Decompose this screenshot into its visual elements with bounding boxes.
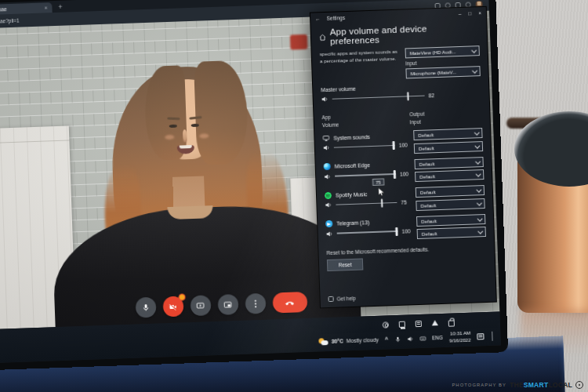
mouse-cursor [378, 187, 385, 197]
get-help-link[interactable]: Get help [328, 296, 355, 302]
chevron-down-icon [475, 159, 480, 164]
present-screen-icon [196, 301, 205, 310]
taskbar-speaker-icon[interactable] [407, 336, 413, 342]
slider-thumb[interactable] [396, 227, 398, 236]
spotify-icon [325, 192, 332, 199]
input-device-dropdown[interactable]: Microphone (MateV... [405, 66, 480, 78]
tab-title: ik-xbnt-uae [0, 5, 41, 13]
telegram-volume-slider[interactable]: 100 [326, 227, 411, 238]
taskbar-date: 9/16/2022 [449, 336, 471, 343]
input-dropdown[interactable]: Default [415, 169, 484, 182]
page-description: specific apps and system sounds as a per… [320, 49, 400, 82]
input-dropdown[interactable]: Default [416, 198, 485, 211]
camera-off-button[interactable] [162, 296, 183, 318]
action-center-icon[interactable] [477, 333, 484, 339]
chevron-down-icon [477, 216, 481, 221]
speaker-icon [325, 201, 332, 209]
app-row-microsoft-edge: Microsoft Edge 100 Default Default [324, 157, 485, 186]
speaker-icon [323, 144, 330, 151]
taskbar-microphone-icon[interactable] [394, 336, 401, 342]
reset-description: Reset to the Microsoft recommended defau… [326, 245, 486, 256]
speaker-icon [324, 173, 331, 180]
app-row-system-sounds: System sounds 100 Default Default [322, 128, 483, 157]
weather-icon [318, 338, 328, 345]
microphone-icon [141, 303, 149, 311]
master-volume-slider[interactable]: 82 [321, 90, 481, 103]
slider-thumb[interactable] [380, 199, 383, 208]
tab-close-icon[interactable]: × [45, 5, 48, 10]
input-dropdown[interactable]: Default [414, 141, 483, 154]
minimize-button[interactable]: – [459, 11, 462, 16]
slider-value-tooltip: 75 [372, 179, 384, 187]
telegram-icon [325, 220, 332, 227]
more-options-button[interactable] [245, 293, 266, 314]
app-row-telegram: Telegram (13) 100 Default Default [325, 214, 486, 243]
chevron-down-icon [476, 187, 481, 192]
end-call-icon [285, 299, 295, 306]
weather-condition: Mostly cloudy [347, 337, 379, 343]
system-sounds-slider[interactable]: 100 [323, 142, 408, 152]
slider-thumb[interactable] [393, 141, 395, 150]
hidden-icons-chevron[interactable]: ^ [385, 336, 388, 342]
watermark-logo [575, 381, 583, 389]
chevron-down-icon [474, 143, 479, 148]
notification-badge [178, 293, 185, 300]
chevron-down-icon [477, 229, 482, 234]
speaker-icon [326, 230, 333, 238]
chevron-down-icon [471, 48, 476, 53]
screen-content: ik-xbnt-uae × + – ik-xbnt-uae?pli=1 [0, 0, 501, 363]
input-dropdown[interactable]: Default [417, 227, 486, 239]
slider-thumb[interactable] [407, 93, 409, 101]
address-bar[interactable]: ik-xbnt-uae?pli=1 [0, 18, 20, 25]
close-button[interactable]: × [478, 10, 481, 16]
present-screen-button[interactable] [190, 295, 211, 316]
tray-lock-icon[interactable] [448, 320, 455, 326]
tray-info-circle-icon[interactable] [383, 321, 389, 328]
output-dropdown[interactable]: Default [414, 157, 483, 169]
language-indicator[interactable]: ENG [432, 335, 443, 340]
weather-widget[interactable]: 30°C Mostly cloudy [318, 336, 379, 346]
slider-thumb[interactable] [394, 170, 396, 179]
new-tab-button[interactable]: + [58, 2, 63, 13]
system-sounds-icon [322, 135, 329, 142]
chevron-down-icon [475, 172, 480, 176]
more-options-icon [253, 299, 256, 308]
weather-temp: 30°C [332, 338, 343, 344]
app-row-spotify: 75 Spotify Music 75 [325, 185, 485, 214]
output-dropdown[interactable]: Default [413, 128, 482, 140]
maximize-button[interactable]: □ [468, 10, 471, 16]
edge-volume-slider[interactable]: 100 [324, 170, 408, 180]
reset-button[interactable]: Reset [327, 259, 363, 272]
copper-mug [510, 111, 588, 317]
chevron-down-icon [472, 68, 477, 73]
camera-off-icon [169, 302, 177, 310]
chevron-down-icon [474, 130, 479, 135]
speaker-icon [321, 96, 328, 103]
tray-chat-icon[interactable] [416, 320, 422, 326]
mini-player-button[interactable] [217, 294, 238, 315]
back-arrow-icon[interactable]: ← [315, 16, 321, 21]
page-title: App volume and device preferences [319, 22, 480, 46]
chevron-down-icon [477, 201, 481, 205]
laptop-screen: ik-xbnt-uae × + – ik-xbnt-uae?pli=1 [0, 0, 508, 371]
taskbar-clock[interactable]: 10:31 AM 9/16/2022 [449, 330, 471, 343]
master-volume-value: 82 [429, 93, 438, 98]
output-device-dropdown[interactable]: MateView (HD Audi... [405, 45, 479, 58]
input-label: Input [405, 58, 480, 66]
show-desktop-strip[interactable] [492, 331, 492, 340]
end-call-button[interactable] [272, 292, 307, 314]
microphone-button[interactable] [135, 297, 156, 318]
microsoft-edge-icon [324, 163, 331, 170]
home-icon [319, 33, 326, 40]
photo-scene: ik-xbnt-uae × + – ik-xbnt-uae?pli=1 [0, 0, 588, 392]
spotify-volume-slider[interactable]: 75 [325, 199, 409, 209]
get-help-icon [328, 296, 333, 302]
mini-player-icon [223, 300, 232, 309]
tray-pc-icon[interactable] [399, 321, 405, 327]
output-dropdown[interactable]: Default [416, 214, 485, 227]
photographer-watermark: PHOTOGRAPHY BY THESMARTLOCAL [452, 381, 583, 389]
tray-drive-icon[interactable] [432, 320, 438, 325]
output-dropdown[interactable]: Default [416, 185, 485, 198]
touch-keyboard-icon[interactable] [419, 335, 426, 341]
watermark-prefix: PHOTOGRAPHY BY [452, 383, 506, 387]
